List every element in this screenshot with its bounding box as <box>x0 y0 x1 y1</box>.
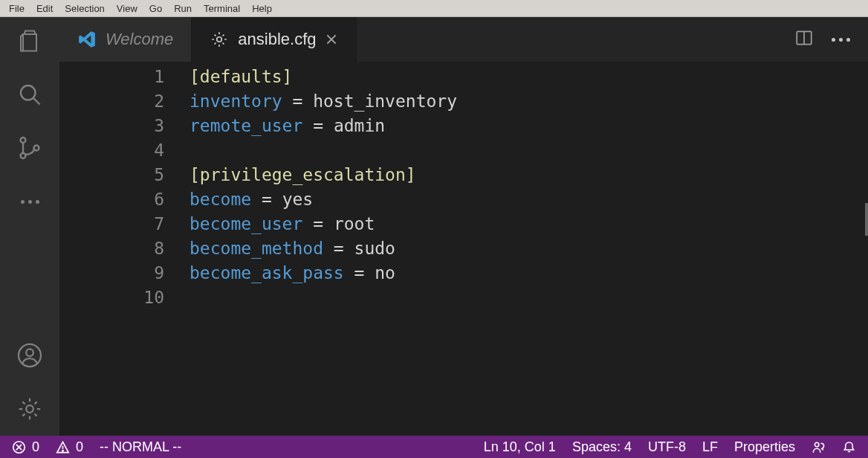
menu-selection[interactable]: Selection <box>59 1 110 16</box>
source-control-icon[interactable] <box>16 135 43 164</box>
error-icon <box>12 440 26 454</box>
menu-file[interactable]: File <box>3 1 30 16</box>
tab-active-file[interactable]: ansible.cfg <box>192 17 357 62</box>
svg-point-7 <box>26 405 33 413</box>
line-number: 10 <box>59 286 164 310</box>
tab-active-file-label: ansible.cfg <box>238 30 316 49</box>
account-icon[interactable] <box>16 342 43 372</box>
warning-icon <box>56 440 70 454</box>
menu-view[interactable]: View <box>111 1 143 16</box>
status-errors[interactable]: 0 <box>12 439 39 455</box>
status-encoding[interactable]: UTF-8 <box>648 439 686 455</box>
line-number: 3 <box>59 114 164 138</box>
line-number: 7 <box>59 212 164 236</box>
editor-more-icon[interactable] <box>832 38 850 42</box>
line-number: 9 <box>59 261 164 286</box>
status-warnings[interactable]: 0 <box>56 439 83 455</box>
close-icon[interactable] <box>325 33 338 46</box>
line-number: 5 <box>59 163 164 187</box>
status-notifications[interactable] <box>842 440 856 454</box>
code-line[interactable]: remote_user = admin <box>190 114 868 138</box>
code-line[interactable]: become_method = sudo <box>190 236 868 261</box>
split-editor-icon[interactable] <box>794 28 814 51</box>
code-line[interactable]: become = yes <box>190 187 868 212</box>
code-body[interactable]: [defaults]inventory = host_inventoryremo… <box>182 62 868 436</box>
menu-help[interactable]: Help <box>246 1 278 16</box>
menu-terminal[interactable]: Terminal <box>198 1 246 16</box>
menu-run[interactable]: Run <box>168 1 198 16</box>
svg-point-18 <box>814 442 818 446</box>
code-line[interactable] <box>190 286 868 310</box>
search-icon[interactable] <box>16 81 43 111</box>
code-line[interactable]: [privilege_escalation] <box>190 163 868 187</box>
editor-group: Welcome ansible.cfg 1 2 3 4 5 <box>59 17 868 436</box>
tab-welcome[interactable]: Welcome <box>59 17 192 62</box>
code-line[interactable]: become_ask_pass = no <box>190 261 868 286</box>
svg-point-8 <box>217 37 222 42</box>
status-feedback[interactable] <box>812 440 826 454</box>
main-area: Welcome ansible.cfg 1 2 3 4 5 <box>0 17 868 436</box>
menu-bar: File Edit Selection View Go Run Terminal… <box>0 0 868 17</box>
settings-gear-icon[interactable] <box>16 396 43 425</box>
code-line[interactable]: become_user = root <box>190 212 868 236</box>
line-number: 1 <box>59 65 164 89</box>
svg-point-2 <box>21 138 26 143</box>
line-number: 6 <box>59 187 164 212</box>
status-eol[interactable]: LF <box>702 439 718 455</box>
svg-point-0 <box>21 86 36 100</box>
line-number: 2 <box>59 89 164 114</box>
status-cursor[interactable]: Ln 10, Col 1 <box>484 439 556 455</box>
svg-point-6 <box>26 349 33 356</box>
vscode-logo-icon <box>77 30 97 49</box>
status-indent[interactable]: Spaces: 4 <box>572 439 632 455</box>
code-line[interactable] <box>190 138 868 163</box>
explorer-icon[interactable] <box>16 28 43 57</box>
line-number: 4 <box>59 138 164 163</box>
menu-go[interactable]: Go <box>143 1 168 16</box>
bell-icon <box>842 440 856 454</box>
svg-point-3 <box>21 153 26 158</box>
svg-line-1 <box>33 98 39 104</box>
status-language[interactable]: Properties <box>734 439 795 455</box>
activity-bar <box>0 17 59 436</box>
status-vim-mode: -- NORMAL -- <box>100 439 181 455</box>
gutter: 1 2 3 4 5 6 7 8 9 10 <box>59 62 182 436</box>
line-number: 8 <box>59 236 164 261</box>
menu-edit[interactable]: Edit <box>30 1 59 16</box>
more-icon[interactable] <box>16 188 43 215</box>
tab-welcome-label: Welcome <box>106 30 173 49</box>
status-warnings-count: 0 <box>76 439 83 455</box>
status-errors-count: 0 <box>32 439 39 455</box>
feedback-icon <box>812 440 826 454</box>
gear-icon <box>210 30 229 49</box>
code-line[interactable]: inventory = host_inventory <box>190 89 868 114</box>
status-bar: 0 0 -- NORMAL -- Ln 10, Col 1 Spaces: 4 … <box>0 436 868 458</box>
svg-point-17 <box>62 450 63 451</box>
tabs-bar: Welcome ansible.cfg <box>59 17 868 62</box>
code-editor[interactable]: 1 2 3 4 5 6 7 8 9 10 [defaults]inventory… <box>59 62 868 436</box>
code-line[interactable]: [defaults] <box>190 65 868 89</box>
